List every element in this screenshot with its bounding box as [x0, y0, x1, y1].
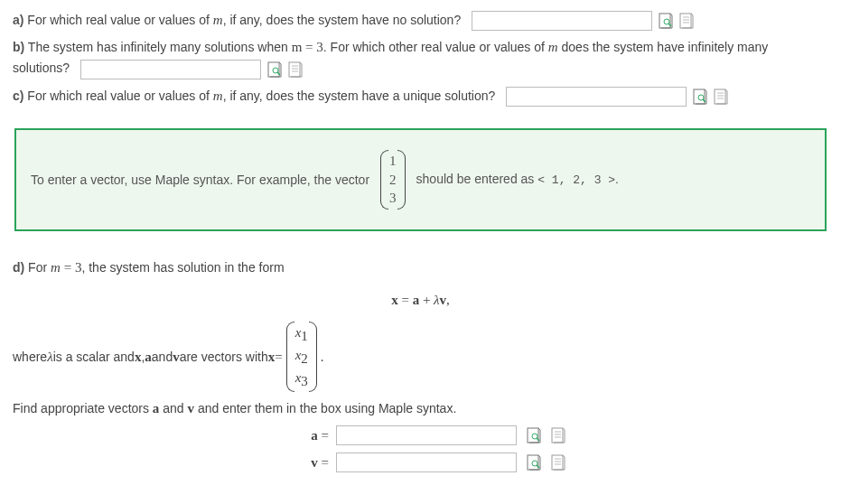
x2s: 2: [301, 350, 308, 367]
where1: where: [13, 347, 47, 367]
lhs-v: v =: [293, 452, 329, 473]
vec-e1: 1: [389, 152, 397, 171]
text-a1: For which real value or values of: [23, 13, 212, 27]
question-d-line1: d) For m = 3, the system has solution in…: [13, 257, 828, 278]
label-d: d): [13, 260, 24, 275]
find2: and enter them in the box using Maple sy…: [194, 401, 456, 415]
xeq: x: [268, 346, 276, 368]
svg-rect-21: [528, 428, 538, 443]
eq-eq: =: [398, 293, 413, 307]
xbf: x: [135, 346, 142, 368]
eqsym: =: [275, 346, 282, 368]
hint-post1: should be entered as: [416, 172, 538, 186]
eq-m3-b: m = 3: [292, 40, 323, 54]
text-a2: , if any, does the system have no soluti…: [223, 13, 462, 27]
help-icon[interactable]: [679, 13, 694, 29]
preview-icon[interactable]: [267, 61, 282, 78]
text-c1: For which real value or values of: [23, 89, 212, 103]
label-b: b): [13, 40, 24, 54]
x3s: 3: [301, 373, 308, 389]
preview-icon[interactable]: [659, 13, 673, 29]
lhs-a: a =: [293, 425, 329, 446]
svg-rect-31: [552, 455, 563, 470]
hint-post2: .: [615, 172, 619, 186]
eq-comma: ,: [446, 293, 450, 307]
text-b1: The system has infinitely many solutions…: [24, 40, 291, 54]
text-d1: For: [24, 260, 51, 275]
preview-icon[interactable]: [527, 454, 541, 471]
vbf2: v: [188, 401, 195, 415]
text-c2: , if any, does the system have a unique …: [223, 89, 496, 103]
findand: and: [159, 401, 187, 415]
question-d-where: where λ is a scalar and x, a and v are v…: [13, 322, 828, 392]
answer-input-b[interactable]: [80, 60, 261, 79]
svg-rect-3: [680, 14, 691, 28]
var-m-b: m: [548, 40, 558, 54]
answer-row-a: a =: [13, 425, 828, 446]
answer-input-a[interactable]: [472, 11, 652, 31]
var-m-a: m: [213, 13, 223, 27]
help-icon[interactable]: [551, 427, 565, 443]
answer-input-c[interactable]: [506, 87, 687, 107]
find1: Find appropriate vectors: [13, 401, 153, 415]
answer-row-v: v =: [13, 452, 828, 473]
equation-x-a-lambda-v: x = a + λv,: [13, 289, 828, 311]
answer-input-vec-a[interactable]: [336, 425, 517, 445]
dot: .: [321, 346, 324, 368]
help-icon[interactable]: [714, 89, 728, 105]
svg-rect-0: [659, 14, 670, 28]
abf: a: [145, 346, 152, 368]
hint-code: < 1, 2, 3 >: [537, 173, 615, 187]
hint-box: To enter a vector, use Maple syntax. For…: [14, 128, 827, 231]
vec-e3: 3: [389, 189, 397, 208]
eq-x: x: [391, 293, 398, 307]
vbf: v: [173, 346, 180, 368]
eq-m3-d: m = 3: [51, 260, 81, 275]
question-d-find: Find appropriate vectors a and v and ent…: [13, 397, 828, 419]
svg-rect-10: [289, 62, 300, 77]
example-vector-matrix: 1 2 3: [380, 150, 406, 210]
vec-e2: 2: [389, 171, 397, 190]
eq-v: v: [440, 293, 447, 307]
question-b: b) The system has infinitely many soluti…: [13, 36, 828, 79]
question-c: c) For which real value or values of m, …: [13, 85, 828, 107]
svg-rect-7: [268, 62, 279, 77]
svg-rect-14: [694, 89, 705, 104]
eq-plus: +: [419, 293, 434, 307]
label-c: c): [13, 89, 23, 103]
svg-rect-24: [552, 428, 563, 443]
preview-icon[interactable]: [527, 427, 541, 443]
help-icon[interactable]: [551, 454, 565, 471]
label-a: a): [13, 13, 23, 27]
preview-icon[interactable]: [693, 89, 707, 105]
eq-a: a: [413, 293, 420, 307]
text-b2: . For which other real value or values o…: [323, 40, 548, 54]
where2: is a scalar and: [53, 347, 135, 367]
question-a: a) For which real value or values of m, …: [13, 9, 828, 31]
help-icon[interactable]: [288, 61, 303, 78]
x1s: 1: [301, 328, 308, 344]
text-d2: , the system has solution in the form: [81, 260, 284, 275]
var-m-c: m: [213, 89, 223, 103]
where3: are vectors with: [180, 347, 268, 367]
answer-input-vec-v[interactable]: [336, 453, 517, 472]
svg-rect-17: [715, 89, 725, 104]
svg-rect-28: [528, 455, 538, 470]
x-vector-matrix: x1 x2 x3: [286, 322, 317, 392]
hint-pre: To enter a vector, use Maple syntax. For…: [31, 170, 369, 190]
and1: and: [152, 347, 173, 367]
